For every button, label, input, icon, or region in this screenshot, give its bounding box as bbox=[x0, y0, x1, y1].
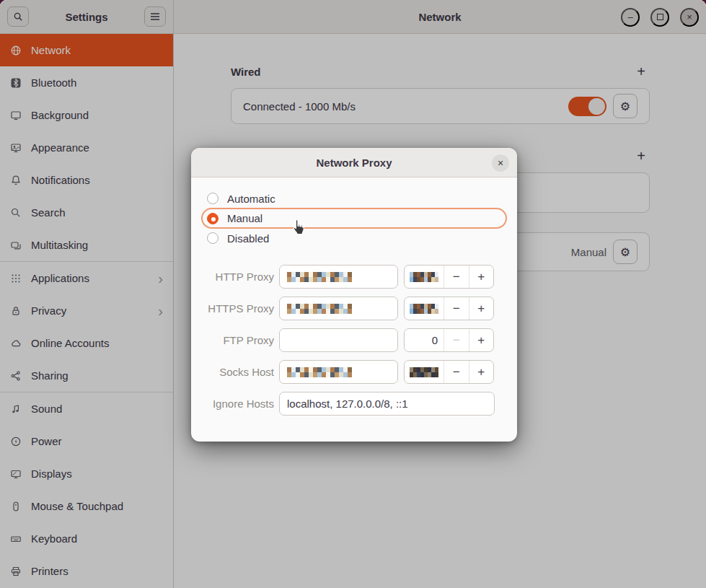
http-port-value[interactable] bbox=[405, 266, 444, 288]
proxy-option-disabled[interactable]: Disabled bbox=[201, 229, 507, 247]
redacted-host-value bbox=[287, 367, 352, 377]
radio-label: Automatic bbox=[227, 193, 275, 205]
ftp-proxy-row: FTP Proxy 0 − + bbox=[201, 328, 507, 352]
http-proxy-row: HTTP Proxy − + bbox=[201, 265, 507, 289]
socks-port-minus-button[interactable]: − bbox=[444, 361, 469, 383]
dialog-headerbar: Network Proxy × bbox=[191, 148, 517, 177]
proxy-form: HTTP Proxy − + HTTPS Proxy − + bbox=[201, 265, 507, 416]
settings-window: Settings Network Bluetooth Background Ap… bbox=[0, 0, 706, 588]
ignore-hosts-row: Ignore Hosts localhost, 127.0.0.0/8, ::1 bbox=[201, 392, 507, 416]
redacted-port-value bbox=[410, 367, 438, 377]
https-proxy-label: HTTPS Proxy bbox=[201, 302, 274, 315]
socks-port-spinner: − + bbox=[404, 360, 494, 384]
ignore-hosts-input[interactable]: localhost, 127.0.0.0/8, ::1 bbox=[279, 392, 495, 416]
cursor-pointer bbox=[289, 217, 309, 239]
ignore-hosts-value: localhost, 127.0.0.0/8, ::1 bbox=[287, 398, 408, 410]
dialog-title: Network Proxy bbox=[316, 157, 392, 169]
dialog-close-button[interactable]: × bbox=[492, 154, 509, 172]
http-proxy-label: HTTP Proxy bbox=[201, 271, 274, 283]
http-port-spinner: − + bbox=[404, 265, 494, 289]
http-proxy-input[interactable] bbox=[279, 265, 398, 289]
https-proxy-input[interactable] bbox=[279, 297, 398, 320]
ftp-proxy-label: FTP Proxy bbox=[201, 334, 274, 346]
https-port-plus-button[interactable]: + bbox=[469, 297, 494, 320]
socks-port-plus-button[interactable]: + bbox=[469, 361, 494, 383]
close-icon: × bbox=[498, 157, 503, 169]
radio-label: Disabled bbox=[227, 232, 269, 245]
network-proxy-dialog: Network Proxy × Automatic Manual Disable… bbox=[191, 148, 517, 442]
ftp-port-value[interactable]: 0 bbox=[405, 329, 444, 351]
https-port-value[interactable] bbox=[405, 297, 444, 320]
dialog-body: Automatic Manual Disabled HTTP Proxy − + bbox=[191, 177, 517, 416]
socks-host-input[interactable] bbox=[279, 360, 398, 384]
proxy-option-automatic[interactable]: Automatic bbox=[201, 189, 507, 208]
https-port-spinner: − + bbox=[404, 297, 494, 320]
redacted-host-value bbox=[287, 272, 352, 282]
https-port-minus-button[interactable]: − bbox=[444, 297, 469, 320]
redacted-host-value bbox=[287, 304, 352, 314]
https-proxy-row: HTTPS Proxy − + bbox=[201, 297, 507, 320]
redacted-port-value bbox=[410, 272, 438, 282]
ftp-port-plus-button[interactable]: + bbox=[469, 329, 494, 351]
radio-off-icon bbox=[207, 193, 219, 204]
ignore-hosts-label: Ignore Hosts bbox=[201, 398, 274, 410]
socks-host-label: Socks Host bbox=[201, 366, 274, 378]
http-port-minus-button[interactable]: − bbox=[444, 266, 469, 288]
proxy-option-manual[interactable]: Manual bbox=[201, 208, 507, 229]
ftp-port-minus-button[interactable]: − bbox=[444, 329, 469, 351]
socks-port-value[interactable] bbox=[405, 361, 444, 383]
ftp-port-spinner: 0 − + bbox=[404, 328, 494, 352]
redacted-port-value bbox=[410, 304, 438, 314]
radio-on-icon bbox=[207, 213, 219, 224]
ftp-proxy-input[interactable] bbox=[279, 328, 398, 352]
socks-host-row: Socks Host − + bbox=[201, 360, 507, 384]
http-port-plus-button[interactable]: + bbox=[469, 266, 494, 288]
radio-off-icon bbox=[207, 232, 219, 244]
radio-label: Manual bbox=[227, 212, 262, 224]
